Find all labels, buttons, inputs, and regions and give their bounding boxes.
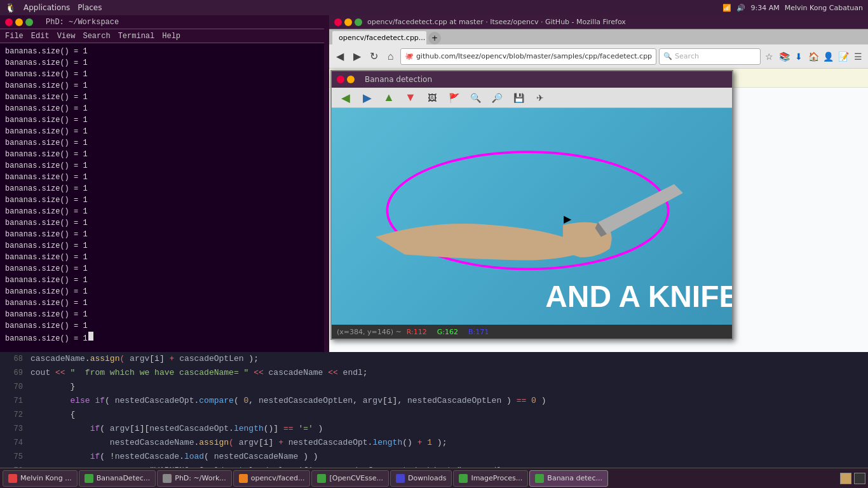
firefox-title: opencv/facedetect.cpp at master · Itseez… [367,18,626,26]
menu-search[interactable]: Search [83,32,110,41]
firefox-titlebar: opencv/facedetect.cpp at master · Itseez… [329,15,868,29]
banana-close-btn[interactable] [337,76,344,83]
terminal-content: bananas.size() = 1 bananas.size() = 1 ba… [0,43,324,366]
bw-down-btn[interactable]: ▼ [402,89,419,107]
terminal-menu[interactable]: File Edit View Search Terminal Help [0,29,324,43]
firefox-minimize-btn[interactable] [344,18,352,26]
address-bar[interactable]: 🐙 github.com/Itseez/opencv/blob/master/s… [400,48,656,65]
notes-btn[interactable]: 📝 [837,49,849,64]
code-line-71: 71 else if( nestedCascadeOpt.compare( 0,… [0,394,868,408]
banana-title: Banana detection [365,75,432,84]
terminal-line: bananas.size() = 1 [5,172,319,183]
bw-image-btn[interactable]: 🖼 [423,89,441,107]
firefox-close-btn[interactable] [334,18,342,26]
code-line-73: 73 if( argv[i][nestedCascadeOpt.length()… [0,422,868,436]
terminal-minimize-btn[interactable] [15,18,23,26]
terminal-line: bananas.size() = 1 [5,309,319,320]
firefox-maximize-btn[interactable] [355,18,362,26]
home-btn[interactable]: ⌂ [383,48,397,65]
mouse-cursor: ▶ [564,213,571,224]
menu-view[interactable]: View [57,32,76,41]
system-bar: 🐧 Applications Places 📶 🔊 9:34 AM Melvin… [0,0,868,15]
search-icon: 🔍 [663,52,672,60]
search-bar[interactable]: 🔍 Search [659,48,761,65]
taskbar: Melvin Kong ... BananaDetec... PhD: ~/Wo… [0,468,868,488]
color-picker-icon[interactable] [840,473,851,484]
screen-icon[interactable] [854,473,865,484]
bookmark-star-btn[interactable]: ☆ [763,49,775,64]
back-btn[interactable]: ◀ [333,48,347,65]
tab-opencv[interactable]: opencv/facedetect.cpp... [332,30,427,44]
taskbar-downloads[interactable]: Downloads [390,470,452,487]
url-text: github.com/Itseez/opencv/blob/master/sam… [416,52,652,60]
terminal-line: bananas.size() = 1 [5,126,319,137]
menu-file[interactable]: File [5,32,24,41]
coord-display: (x=384, y=146) ~ [337,328,402,336]
code-line-69: 69 cout << " from which we have cascadeN… [0,366,868,380]
terminal-line: bananas.size() = 1 [5,103,319,114]
terminal-line: bananas.size() = 1 [5,274,319,286]
menu-terminal[interactable]: Terminal [118,32,155,41]
taskbar-banana-detect[interactable]: Banana detec... [529,470,608,487]
bw-pointer-btn[interactable]: ✈ [531,89,549,107]
refresh-btn[interactable]: ↻ [367,48,381,65]
arm-shape [376,224,592,261]
taskbar-openesse[interactable]: [OpenCVEsse... [311,470,389,487]
applications-menu[interactable]: Applications [24,3,70,12]
banana-toolbar[interactable]: ◀ ▶ ▲ ▼ 🖼 🚩 🔍 🔍 💾 ✈ [332,88,732,108]
terminal-close-btn[interactable] [5,18,13,26]
bw-zoomout-btn[interactable]: 🔍 [488,89,506,107]
banana-window-buttons[interactable] [337,76,355,83]
firefox-window-buttons[interactable] [334,18,362,26]
taskbar-banana[interactable]: BananaDetec... [79,470,156,487]
terminal-line: bananas.size() = 1 [5,80,319,92]
firefox-toolbar[interactable]: ◀ ▶ ↻ ⌂ 🐙 github.com/Itseez/opencv/blob/… [329,44,868,69]
code-line-70: 70 } [0,380,868,394]
menu-help[interactable]: Help [162,32,180,41]
banana-status-bar: (x=384, y=146) ~ R:112 G:162 B:171 [332,325,732,339]
task-icon-downloads [396,474,405,483]
terminal-maximize-btn[interactable] [25,18,33,26]
taskbar-downloads-label: Downloads [408,474,446,482]
terminal-line: bananas.size() = 1 [5,206,319,217]
terminal-menubar: PhD: ~/Workspace [0,15,324,29]
terminal-line: bananas.size() = 1 [5,297,319,309]
terminal-line: bananas.size() = 1 [5,252,319,263]
terminal-line: bananas.size() = 1 [5,320,319,332]
taskbar-phd[interactable]: PhD: ~/Work... [157,470,232,487]
taskbar-melvin[interactable]: Melvin Kong ... [3,470,78,487]
taskbar-opencv[interactable]: opencv/faced... [233,470,311,487]
taskbar-imageproc[interactable]: ImageProces... [453,470,528,487]
sync-btn[interactable]: 👤 [822,49,834,64]
knife-blade [598,184,683,234]
terminal-line: bananas.size() = 1 [5,240,319,252]
menu-btn[interactable]: ☰ [852,49,864,64]
menu-edit[interactable]: Edit [31,32,50,41]
terminal-panel: PhD: ~/Workspace File Edit View Search T… [0,15,324,352]
banana-image-content: AND A KNIFE ▶ [332,108,732,325]
bookmarks-btn[interactable]: 📚 [778,49,790,64]
bw-save-btn[interactable]: 💾 [510,89,527,107]
download-btn[interactable]: ⬇ [793,49,805,64]
terminal-line: bananas.size() = 1 [5,92,319,103]
terminal-window-buttons[interactable] [5,18,33,26]
task-icon-melvin [8,474,17,483]
time-display: 9:34 AM [750,4,779,12]
bw-zoomin-btn[interactable]: 🔍 [466,89,484,107]
new-tab-btn[interactable]: + [428,32,441,44]
places-menu[interactable]: Places [78,3,102,12]
forward-btn[interactable]: ▶ [349,48,363,65]
firefox-tabs[interactable]: opencv/facedetect.cpp... + [329,29,868,44]
task-icon-opencv [239,474,248,483]
bw-forward-btn[interactable]: ▶ [358,89,376,107]
home-nav-btn[interactable]: 🏠 [808,49,820,64]
terminal-line: bananas.size() = 1 [5,194,319,206]
task-icon-openesse [317,474,326,483]
bw-up-btn[interactable]: ▲ [380,89,398,107]
terminal-line: bananas.size() = 1 [5,263,319,274]
bw-flag-btn[interactable]: 🚩 [445,89,463,107]
bw-back-btn[interactable]: ◀ [337,89,355,107]
b-value: B:171 [468,328,489,336]
banana-minimize-btn[interactable] [347,76,355,83]
network-icon: 📶 [722,4,731,12]
